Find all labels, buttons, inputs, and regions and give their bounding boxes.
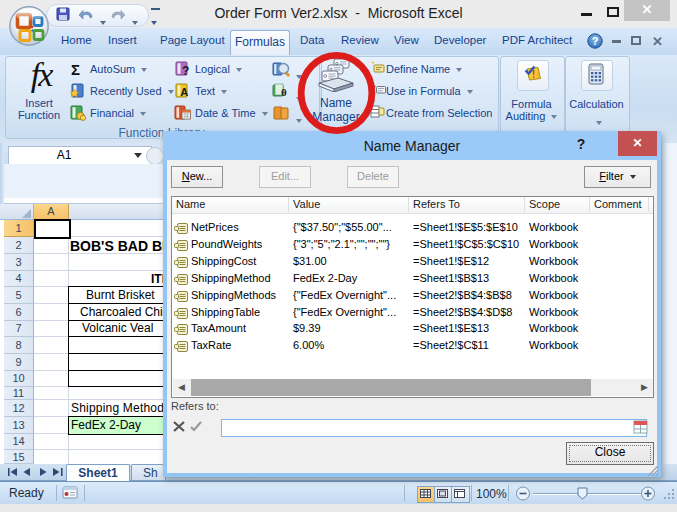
- svg-text:θ: θ: [281, 86, 287, 98]
- svg-text:?: ?: [182, 64, 189, 77]
- svg-text:?: ?: [592, 35, 599, 47]
- svg-text:A: A: [180, 86, 188, 98]
